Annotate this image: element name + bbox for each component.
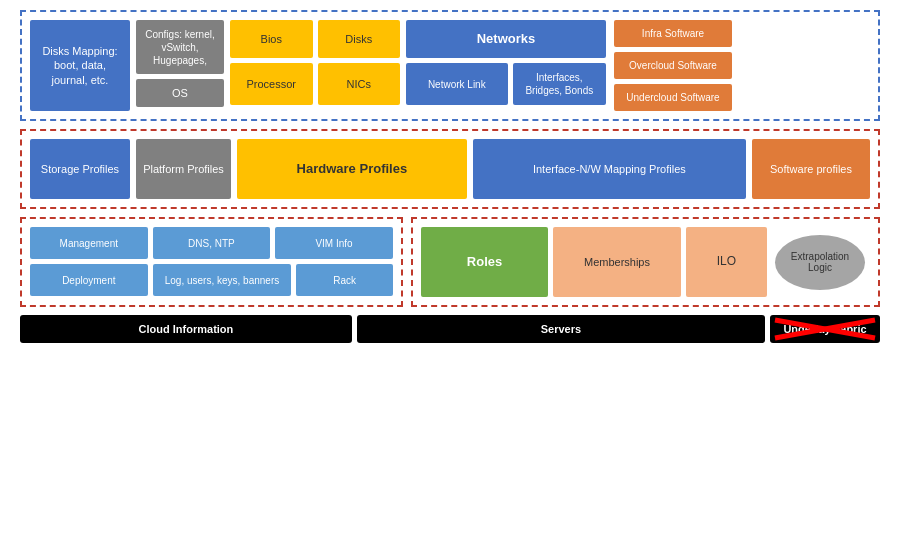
undercloud-box: Undercloud Software <box>614 84 732 111</box>
rack-box: Rack <box>296 264 392 296</box>
platform-profiles-box: Platform Profiles <box>136 139 231 199</box>
deployment-box: Deployment <box>30 264 148 296</box>
disks-mapping-box: Disks Mapping: boot, data, journal, etc. <box>30 20 130 111</box>
networks-box: Networks <box>406 20 606 58</box>
configs-box: Configs: kernel, vSwitch, Hugepages, <box>136 20 224 74</box>
hardware-profiles-box: Hardware Profiles <box>237 139 467 199</box>
vim-info-box: VIM Info <box>275 227 393 259</box>
section-bottom: Management DNS, NTP VIM Info Deployment … <box>20 217 880 307</box>
processor-box: Processor <box>230 63 313 105</box>
storage-profiles-box: Storage Profiles <box>30 139 130 199</box>
nics-box: NICs <box>318 63 401 105</box>
servers-bar: Servers <box>357 315 765 343</box>
overcloud-box: Overcloud Software <box>614 52 732 79</box>
main-container: Disks Mapping: boot, data, journal, etc.… <box>0 0 900 552</box>
dns-ntp-box: DNS, NTP <box>153 227 271 259</box>
interface-mapping-box: Interface-N/W Mapping Profiles <box>473 139 746 199</box>
memberships-box: Memberships <box>553 227 680 297</box>
os-box: OS <box>136 79 224 107</box>
roles-box: Roles <box>421 227 548 297</box>
bios-box: Bios <box>230 20 313 58</box>
ilo-box: ILO <box>686 227 767 297</box>
cloud-information-bar: Cloud Information <box>20 315 352 343</box>
extrapolation-box: Extrapolation Logic <box>775 235 865 290</box>
cloud-info-section: Management DNS, NTP VIM Info Deployment … <box>20 217 403 307</box>
underlay-fabric-bar: Underlay Fabric <box>770 315 880 343</box>
section-top: Disks Mapping: boot, data, journal, etc.… <box>20 10 880 121</box>
management-box: Management <box>30 227 148 259</box>
interfaces-box: Interfaces, Bridges, Bonds <box>513 63 606 105</box>
disks-box: Disks <box>318 20 401 58</box>
infra-software-box: Infra Software <box>614 20 732 47</box>
section-profiles: Storage Profiles Platform Profiles Hardw… <box>20 129 880 209</box>
software-profiles-box: Software profiles <box>752 139 870 199</box>
log-users-box: Log, users, keys, banners <box>153 264 292 296</box>
network-link-box: Network Link <box>406 63 508 105</box>
